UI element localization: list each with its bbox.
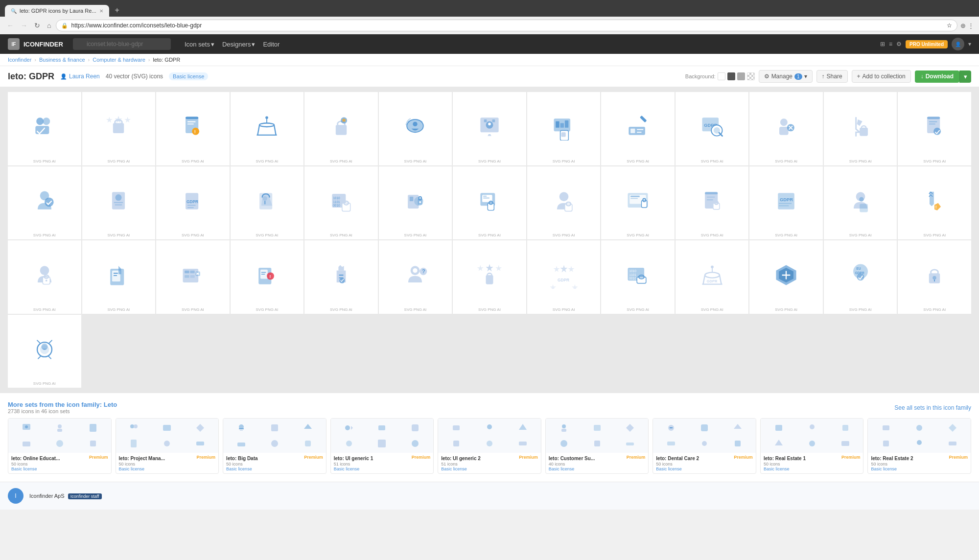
add-collection-button[interactable]: + Add to collection [852,70,911,83]
icon-cell-24[interactable]: SVG PNG AI [824,166,897,240]
download-dropdown-button[interactable]: ▾ [959,70,971,83]
chat-avatar: I [8,488,23,504]
bg-dark-option[interactable] [727,72,735,80]
family-name-link[interactable]: Leto [104,401,117,408]
reload-button[interactable]: ↻ [32,21,42,30]
menu-icon[interactable]: ⋮ [968,22,974,29]
breadcrumb-iconfinder[interactable]: Iconfinder [8,57,31,63]
icon-cell-30[interactable]: SVG PNG AI [304,240,378,314]
icon-cell-13[interactable]: SVG PNG AI [8,166,81,240]
icon-cell-1[interactable]: SVG PNG AI [82,92,156,165]
icon-cell-8[interactable]: SVG PNG AI [601,92,675,165]
license-tag[interactable]: Basic license [169,72,208,80]
app-logo[interactable]: IF ICONFINDER [8,38,63,50]
set-card-badge-1: Premium [197,455,216,460]
icon-cell-11[interactable]: SVG PNG AI [824,92,897,165]
icon-cell-5[interactable]: SVG PNG AI [379,92,452,165]
icon-meta-35: SVG PNG AI [677,306,747,312]
active-tab[interactable]: 🔍 leto: GDPR icons by Laura Re... ✕ [5,5,109,17]
icon-image-5 [381,96,450,158]
set-card-2[interactable]: leto: Big Data Premium 50 icons Basic li… [223,418,326,474]
bookmark-icon[interactable]: ☆ [947,22,952,29]
icon-cell-21[interactable]: SVG PNG AI [601,166,675,240]
set-card-3[interactable]: leto: UI generic 1 Premium 51 icons Basi… [330,418,434,474]
svg-marker-202 [304,424,312,429]
tab-close-button[interactable]: ✕ [99,8,103,14]
bg-checker-option[interactable] [747,72,755,80]
icon-cell-7[interactable]: SVG PNG AI [527,92,601,165]
new-tab-button[interactable]: + [111,4,123,17]
icon-cell-18[interactable]: SVG PNG AI [379,166,452,240]
grid-view-icon[interactable]: ⊞ [880,41,885,47]
svg-marker-241 [949,424,956,432]
icon-cell-23[interactable]: GDPR SVG PNG AI [749,166,823,240]
icon-image-3 [233,96,302,158]
icon-cell-35[interactable]: GDPR SVG PNG AI [676,240,749,314]
icon-cell-36[interactable]: SVG PNG AI [749,240,823,314]
manage-button[interactable]: ⚙ Manage 1 ▾ [759,70,813,83]
breadcrumb-computer[interactable]: Computer & hardware [93,57,145,63]
icon-cell-22[interactable]: SVG PNG AI [676,166,749,240]
user-avatar[interactable]: 👤 [952,38,964,50]
svg-rect-233 [775,425,782,431]
svg-text:GDPR: GDPR [186,199,198,204]
icon-cell-4[interactable]: SVG PNG AI [304,92,378,165]
download-button[interactable]: ↓ Download [915,70,959,83]
icon-cell-39[interactable]: SVG PNG AI [8,315,81,388]
icon-cell-3[interactable]: SVG PNG AI [231,92,304,165]
nav-icon-sets[interactable]: Icon sets ▾ [185,41,214,48]
icon-cell-28[interactable]: SVG PNG AI [156,240,230,314]
set-card-5[interactable]: leto: Customer Su... Premium 40 icons Ba… [545,418,649,474]
nav-designers[interactable]: Designers ▾ [222,41,256,48]
user-menu-arrow[interactable]: ▾ [968,41,971,47]
svg-text:GDPR: GDPR [780,197,793,202]
address-bar-input[interactable] [71,22,944,29]
icon-cell-20[interactable]: SVG PNG AI [527,166,601,240]
icon-cell-29[interactable]: ! SVG PNG AI [231,240,304,314]
home-button[interactable]: ⌂ [45,21,53,30]
bg-white-option[interactable] [718,72,725,80]
set-card-0[interactable]: leto: Online Educat... Premium 50 icons … [8,418,112,474]
breadcrumb-business[interactable]: Business & finance [39,57,85,63]
see-all-sets-button[interactable]: See all sets in this icon family [894,404,971,411]
icon-cell-9[interactable]: GDPR SVG PNG AI [676,92,749,165]
forward-button[interactable]: → [19,21,29,30]
set-card-7[interactable]: leto: Real Estate 1 Premium 50 icons Bas… [760,418,864,474]
icon-cell-27[interactable]: SVG PNG AI [82,240,156,314]
icon-cell-31[interactable]: ? SVG PNG AI [379,240,452,314]
icon-cell-33[interactable]: GDPR SVG PNG AI [527,240,601,314]
settings-icon[interactable]: ⚙ [896,41,902,47]
svg-marker-207 [351,426,353,430]
icon-cell-10[interactable]: SVG PNG AI [749,92,823,165]
app-search-input[interactable] [73,38,171,50]
icon-cell-2[interactable]: ! SVG PNG AI [156,92,230,165]
icon-cell-6[interactable]: SVG PNG AI [453,92,526,165]
author-link[interactable]: Laura Reen [69,73,100,80]
icon-cell-38[interactable]: SVG PNG AI [898,240,971,314]
icon-cell-17[interactable]: 1010 1101 0010 SVG PNG AI [304,166,378,240]
share-button[interactable]: ↑ Share [816,70,848,83]
back-button[interactable]: ← [5,21,16,30]
set-card-images-1 [116,419,219,453]
extension-icon[interactable]: ⊕ [960,22,966,29]
icon-cell-34[interactable]: 1010 1101 0010 SVG PNG AI [601,240,675,314]
icon-cell-19[interactable]: SVG PNG AI [453,166,526,240]
bg-gray-option[interactable] [737,72,745,80]
icon-cell-0[interactable]: SVG PNG AI [8,92,81,165]
icon-cell-32[interactable]: SVG PNG AI [453,240,526,314]
icon-cell-14[interactable]: SVG PNG AI [82,166,156,240]
icon-cell-16[interactable]: SVG PNG AI [231,166,304,240]
icon-cell-12[interactable]: SVG PNG AI [898,92,971,165]
icon-cell-25[interactable]: ! SVG PNG AI [898,166,971,240]
set-card-1[interactable]: leto: Project Mana... Premium 50 icons B… [116,418,219,474]
nav-editor[interactable]: Editor [263,41,280,48]
list-view-icon[interactable]: ≡ [889,41,892,47]
set-card-8[interactable]: leto: Real Estate 2 Premium 50 icons Bas… [867,418,971,474]
svg-rect-201 [271,424,278,431]
set-card-4[interactable]: leto: UI generic 2 Premium 51 icons Basi… [438,418,541,474]
set-card-6[interactable]: leto: Dental Care 2 Premium 50 icons Bas… [653,418,756,474]
icon-cell-15[interactable]: GDPR SVG PNG AI [156,166,230,240]
icon-cell-37[interactable]: EU GDPR SVG PNG AI [824,240,897,314]
icon-meta-39: SVG PNG AI [10,380,79,386]
icon-cell-26[interactable]: SVG PNG AI [8,240,81,314]
